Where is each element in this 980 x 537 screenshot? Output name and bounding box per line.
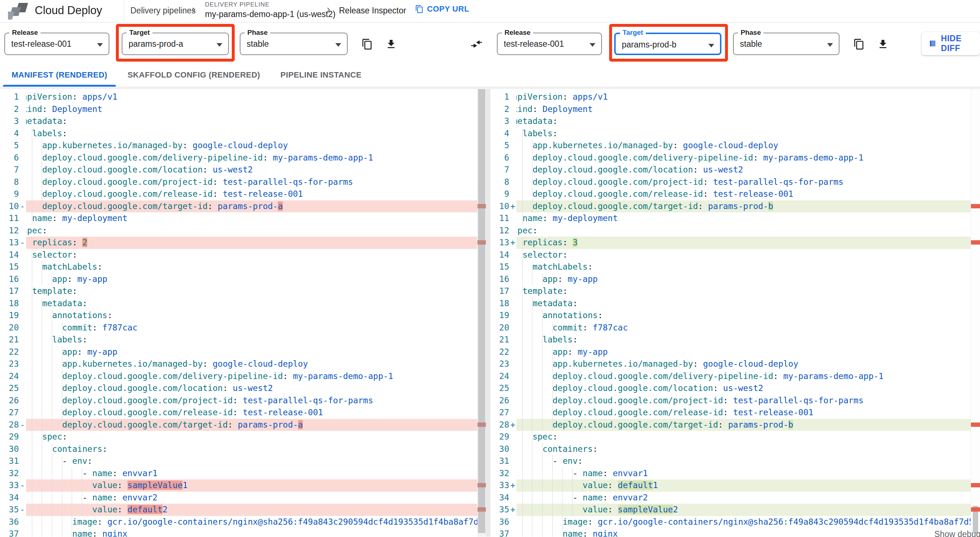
chevron-right-icon: ›: [327, 3, 330, 15]
line-number: 34: [490, 492, 509, 504]
code-text: replicas: 2: [26, 237, 477, 249]
panel-divider[interactable]: [486, 89, 490, 537]
code-line: 3metadata:: [0, 115, 477, 127]
diff-marker: [509, 443, 516, 456]
indent-guides: [26, 346, 62, 359]
tab-pipeline-instance[interactable]: PIPELINE INSTANCE: [270, 63, 372, 87]
left-panel-scrollbar[interactable]: [477, 89, 486, 537]
release-select-right[interactable]: Release test-release-001: [497, 33, 602, 55]
line-number: 1: [490, 91, 509, 103]
code-line: 33-value: sampleValue1: [0, 480, 477, 492]
scrollbar-thumb[interactable]: [478, 89, 485, 533]
line-number: 30: [0, 443, 19, 456]
line-number: 2: [490, 103, 509, 116]
download-icon: [385, 38, 397, 50]
code-line: 13-replicas: 2: [0, 237, 477, 249]
download-icon: [877, 38, 889, 50]
line-number: 3: [490, 115, 509, 127]
indent-guides: [26, 285, 32, 298]
code-line: 24deploy.cloud.google.com/delivery-pipel…: [0, 370, 477, 382]
hide-diff-button[interactable]: HIDE DIFF: [922, 32, 980, 55]
copy-manifest-button-right[interactable]: [851, 36, 867, 52]
diff-marker: [19, 103, 26, 116]
indent-guides: [516, 152, 532, 164]
diff-marker: [509, 103, 516, 116]
line-number: 17: [0, 285, 19, 298]
tab-skaffold-config-rendered[interactable]: SKAFFOLD CONFIG (RENDERED): [117, 63, 270, 87]
code-line: 35+value: sampleValue2: [490, 504, 970, 516]
indent-guides: [26, 298, 42, 310]
diff-change-mark: [477, 507, 486, 512]
code-line: 27deploy.cloud.google.com/release-id: te…: [490, 406, 970, 419]
line-number: 15: [0, 261, 19, 273]
code-text: spec:: [26, 431, 477, 443]
code-line: 21labels:: [490, 334, 970, 346]
indent-guides: [516, 140, 532, 152]
code-text: - env:: [26, 455, 477, 467]
breadcrumb-pipeline[interactable]: DELIVERY PIPELINE my-params-demo-app-1 (…: [205, 1, 336, 19]
line-number: 14: [0, 249, 19, 261]
code-text: commit: f787cac: [516, 322, 970, 334]
line-number: 28: [0, 419, 19, 431]
line-number: 5: [0, 140, 19, 152]
code-text: spec:: [516, 431, 970, 443]
show-debug-link[interactable]: Show debug p: [934, 529, 980, 537]
indent-guides: [516, 395, 553, 407]
target-select-left[interactable]: Target params-prod-a: [122, 33, 229, 55]
diff-marker: [19, 298, 26, 310]
diff-overview-ruler[interactable]: [970, 89, 980, 537]
copy-url-button[interactable]: COPY URL: [415, 4, 469, 14]
line-number: 7: [490, 164, 509, 176]
code-text: metadata:: [516, 298, 970, 310]
line-number: 25: [0, 382, 19, 395]
diff-panel-modified[interactable]: 1apiVersion: apps/v12kind: Deployment3me…: [490, 89, 970, 537]
code-text: deploy.cloud.google.com/location: us-wes…: [516, 164, 970, 176]
indent-guides: [516, 309, 542, 322]
phase-value: stable: [247, 39, 269, 49]
line-number: 32: [0, 467, 19, 480]
indent-guides: [516, 237, 523, 249]
code-text: deploy.cloud.google.com/delivery-pipelin…: [516, 370, 970, 382]
code-text: deploy.cloud.google.com/release-id: test…: [516, 188, 970, 201]
release-select-left[interactable]: Release test-release-001: [4, 33, 109, 55]
code-line: 8deploy.cloud.google.com/project-id: tes…: [490, 176, 970, 188]
code-line: 32- name: envvar1: [490, 467, 970, 480]
diff-marker: [19, 115, 26, 127]
code-text: template:: [26, 285, 477, 298]
indent-guides: [26, 249, 32, 261]
dropdown-caret-icon: [97, 43, 103, 47]
breadcrumb-delivery-pipelines[interactable]: Delivery pipelines: [130, 6, 196, 16]
download-manifest-button-right[interactable]: [875, 36, 891, 52]
line-number: 24: [0, 370, 19, 382]
line-number: 36: [0, 516, 19, 528]
line-number: 7: [0, 164, 19, 176]
compare-targets-icon-button[interactable]: [469, 36, 485, 52]
release-value: test-release-001: [11, 39, 72, 49]
diff-marker: [509, 455, 516, 467]
line-number: 12: [0, 225, 19, 237]
line-number: 18: [0, 298, 19, 310]
line-number: 17: [490, 285, 509, 298]
copy-manifest-button-left[interactable]: [359, 36, 375, 52]
code-line: 4labels:: [0, 127, 477, 140]
tab-manifest-rendered[interactable]: MANIFEST (RENDERED): [2, 63, 117, 87]
target-select-right[interactable]: Target params-prod-b: [614, 33, 721, 55]
code-line: 26deploy.cloud.google.com/project-id: te…: [0, 395, 477, 407]
code-text: deploy.cloud.google.com/location: us-wes…: [516, 382, 970, 395]
code-line: 30containers:: [490, 443, 970, 456]
diff-panel-original[interactable]: 1apiVersion: apps/v12kind: Deployment3me…: [0, 89, 477, 537]
diff-marker: [509, 115, 516, 127]
indent-guides: [26, 140, 42, 152]
line-number: 6: [0, 152, 19, 164]
diff-change-mark: [971, 240, 980, 245]
line-number: 34: [0, 492, 19, 504]
download-manifest-button-left[interactable]: [383, 36, 399, 52]
diff-marker: [19, 334, 26, 346]
indent-guides: [26, 419, 62, 431]
indent-guides: [516, 492, 573, 504]
phase-select-left[interactable]: Phase stable: [240, 33, 348, 55]
diff-marker: [19, 127, 26, 140]
phase-select-right[interactable]: Phase stable: [733, 33, 840, 55]
code-text: - name: envvar2: [516, 492, 970, 504]
indent-guides: [26, 431, 42, 443]
